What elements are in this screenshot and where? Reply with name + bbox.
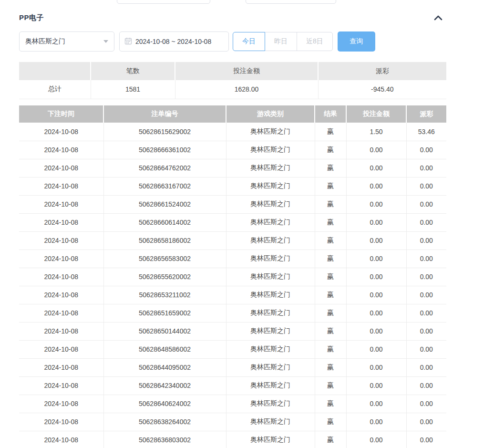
cell-bet_no: 50628661524002 (103, 195, 226, 213)
cell-date: 2024-10-08 (19, 376, 103, 395)
cell-game: 奥林匹斯之门 (226, 141, 315, 159)
cell-date: 2024-10-08 (19, 141, 103, 159)
cell-result: 赢 (315, 123, 346, 141)
cell-game: 奥林匹斯之门 (226, 213, 315, 231)
cell-bet_amount: 0.00 (346, 250, 406, 268)
table-row: 2024-10-0850628661524002奥林匹斯之门赢0.000.00 (19, 195, 446, 213)
cell-game: 奥林匹斯之门 (226, 231, 315, 250)
cell-game: 奥林匹斯之门 (226, 195, 315, 213)
cell-date: 2024-10-08 (19, 413, 103, 431)
page: PP电子 奥林匹斯之门 (0, 0, 504, 448)
cell-payout: 0.00 (406, 395, 446, 413)
cell-game: 奥林匹斯之门 (226, 340, 315, 358)
cell-bet_amount: 0.00 (346, 268, 406, 286)
cell-bet_no: 50628656583002 (103, 250, 226, 268)
summary-total-bet-amount: 1628.00 (175, 80, 318, 99)
search-button[interactable]: 查询 (338, 31, 375, 52)
summary-header-empty (19, 62, 91, 80)
detail-header-bet-time: 下注时间 (19, 105, 103, 123)
cell-date: 2024-10-08 (19, 195, 103, 213)
cell-game: 奥林匹斯之门 (226, 395, 315, 413)
cell-game: 奥林匹斯之门 (226, 322, 315, 340)
table-row: 2024-10-0850628666361002奥林匹斯之门赢0.000.00 (19, 141, 446, 159)
cell-bet_amount: 0.00 (346, 358, 406, 376)
detail-header-payout: 派彩 (406, 105, 446, 123)
cell-payout: 0.00 (406, 376, 446, 395)
table-row: 2024-10-0850628638264002奥林匹斯之门赢0.000.00 (19, 413, 446, 431)
cell-game: 奥林匹斯之门 (226, 159, 315, 177)
summary-table: 笔数 投注金额 派彩 总计 1581 1628.00 -945.40 (19, 62, 446, 99)
cell-bet_no: 50628640624002 (103, 395, 226, 413)
cell-result: 赢 (315, 322, 346, 340)
cell-game: 奥林匹斯之门 (226, 268, 315, 286)
cell-result: 赢 (315, 195, 346, 213)
detail-table: 下注时间 注单编号 游戏类别 结果 投注金额 派彩 2024-10-085062… (19, 105, 446, 448)
table-row: 2024-10-0850628660614002奥林匹斯之门赢0.000.00 (19, 213, 446, 231)
cell-result: 赢 (315, 159, 346, 177)
cell-bet_amount: 0.00 (346, 141, 406, 159)
table-row: 2024-10-0850628658186002奥林匹斯之门赢0.000.00 (19, 231, 446, 250)
summary-header-count: 笔数 (91, 62, 175, 80)
summary-header-bet-amount: 投注金额 (175, 62, 318, 80)
cell-bet_amount: 1.50 (346, 123, 406, 141)
cell-bet_amount: 0.00 (346, 431, 406, 448)
detail-header-bet-no: 注单编号 (103, 105, 226, 123)
cell-result: 赢 (315, 340, 346, 358)
cell-bet_amount: 0.00 (346, 177, 406, 195)
cell-payout: 0.00 (406, 141, 446, 159)
cell-bet_no: 50628663167002 (103, 177, 226, 195)
cell-result: 赢 (315, 286, 346, 304)
quick-range-last8days-button[interactable]: 近8日 (297, 32, 333, 51)
cell-bet_amount: 0.00 (346, 340, 406, 358)
cell-result: 赢 (315, 376, 346, 395)
cell-bet_amount: 0.00 (346, 395, 406, 413)
cell-bet_amount: 0.00 (346, 376, 406, 395)
quick-range-today-button[interactable]: 今日 (233, 32, 265, 51)
cell-payout: 0.00 (406, 268, 446, 286)
quick-range-yesterday-button[interactable]: 昨日 (265, 32, 297, 51)
cell-payout: 0.00 (406, 431, 446, 448)
cell-bet_amount: 0.00 (346, 413, 406, 431)
truncated-input-top-right[interactable] (246, 0, 336, 4)
truncated-input-top-left[interactable] (117, 0, 210, 4)
summary-total-count: 1581 (91, 80, 175, 99)
cell-bet_amount: 0.00 (346, 213, 406, 231)
summary-total-label: 总计 (19, 80, 91, 99)
page-title: PP电子 (19, 13, 44, 22)
cell-bet_no: 50628648586002 (103, 340, 226, 358)
cell-game: 奥林匹斯之门 (226, 286, 315, 304)
cell-date: 2024-10-08 (19, 431, 103, 448)
cell-bet_no: 50628651659002 (103, 304, 226, 322)
filter-bar: 奥林匹斯之门 2024-10-08 ~ 2024-10-08 (19, 31, 375, 52)
cell-date: 2024-10-08 (19, 286, 103, 304)
cell-payout: 0.00 (406, 195, 446, 213)
cell-payout: 0.00 (406, 358, 446, 376)
date-range-value: 2024-10-08 ~ 2024-10-08 (135, 38, 211, 45)
cell-bet_amount: 0.00 (346, 159, 406, 177)
cell-bet_no: 50628615629002 (103, 123, 226, 141)
cell-result: 赢 (315, 141, 346, 159)
cell-game: 奥林匹斯之门 (226, 431, 315, 448)
collapse-section-button[interactable] (431, 12, 446, 24)
game-select[interactable]: 奥林匹斯之门 (19, 31, 114, 52)
cell-payout: 0.00 (406, 322, 446, 340)
cell-bet_no: 50628650144002 (103, 322, 226, 340)
summary-header-row: 笔数 投注金额 派彩 (19, 62, 446, 80)
table-row: 2024-10-0850628651659002奥林匹斯之门赢0.000.00 (19, 304, 446, 322)
cell-bet_no: 50628653211002 (103, 286, 226, 304)
table-row: 2024-10-0850628640624002奥林匹斯之门赢0.000.00 (19, 395, 446, 413)
detail-header-game-type: 游戏类别 (226, 105, 315, 123)
cell-payout: 0.00 (406, 413, 446, 431)
chevron-up-icon (433, 14, 443, 22)
cell-payout: 0.00 (406, 177, 446, 195)
cell-game: 奥林匹斯之门 (226, 250, 315, 268)
cell-game: 奥林匹斯之门 (226, 376, 315, 395)
cell-payout: 0.00 (406, 159, 446, 177)
table-row: 2024-10-0850628655620002奥林匹斯之门赢0.000.00 (19, 268, 446, 286)
cell-bet_no: 50628664762002 (103, 159, 226, 177)
cell-payout: 0.00 (406, 304, 446, 322)
table-row: 2024-10-0850628642340002奥林匹斯之门赢0.000.00 (19, 376, 446, 395)
date-range-input[interactable]: 2024-10-08 ~ 2024-10-08 (119, 31, 229, 52)
detail-header-bet-amount: 投注金额 (346, 105, 406, 123)
calendar-icon (124, 37, 135, 46)
